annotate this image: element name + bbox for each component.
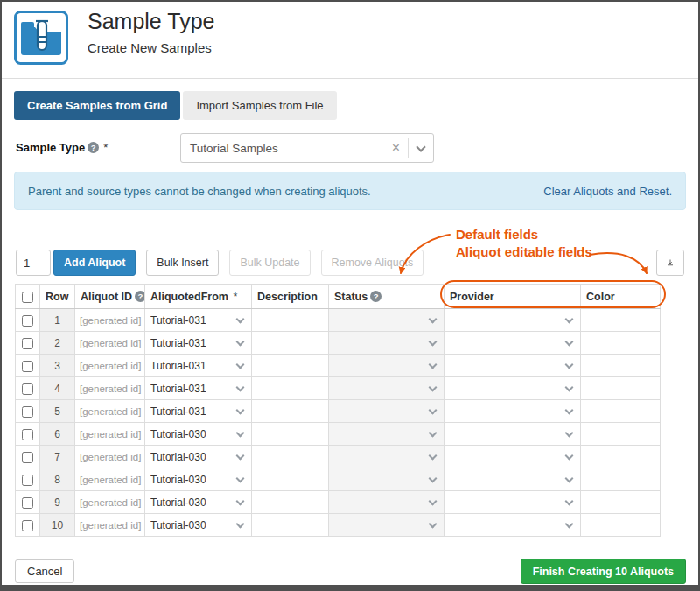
cancel-button[interactable]: Cancel (15, 559, 74, 583)
tab-import-samples-from-file[interactable]: Import Samples from File (183, 91, 336, 120)
aliquot-id-cell: [generated id] (75, 332, 145, 355)
provider-cell[interactable] (444, 400, 581, 423)
col-status: Status? (329, 285, 444, 309)
table-row: 8 [generated id] Tutorial-030 (16, 468, 661, 491)
aliquoted-from-cell[interactable]: Tutorial-030 (145, 514, 252, 537)
row-checkbox[interactable] (22, 475, 33, 486)
add-aliquot-button[interactable]: Add Aliquot (53, 250, 136, 276)
chevron-down-icon (236, 383, 245, 391)
provider-cell[interactable] (444, 491, 581, 514)
row-number-cell: 7 (40, 446, 75, 468)
description-cell[interactable] (252, 309, 329, 332)
color-cell[interactable] (581, 400, 661, 423)
col-label: AliquotedFrom (150, 291, 228, 303)
tab-create-samples-from-grid[interactable]: Create Samples from Grid (14, 91, 180, 120)
description-cell[interactable] (252, 423, 329, 446)
status-cell[interactable] (329, 446, 444, 468)
row-number-cell: 8 (40, 468, 75, 491)
col-label: Description (257, 291, 318, 303)
color-cell[interactable] (581, 423, 661, 446)
color-cell[interactable] (581, 491, 661, 514)
provider-cell[interactable] (444, 423, 581, 446)
chevron-down-icon (565, 337, 574, 346)
row-checkbox[interactable] (22, 361, 33, 372)
status-cell[interactable] (329, 400, 444, 423)
provider-cell[interactable] (444, 446, 581, 468)
description-cell[interactable] (252, 491, 329, 514)
row-checkbox[interactable] (22, 429, 33, 440)
bulk-insert-button[interactable]: Bulk Insert (146, 250, 219, 276)
color-cell[interactable] (581, 377, 661, 400)
aliquoted-from-cell[interactable]: Tutorial-031 (145, 377, 252, 400)
aliquoted-from-cell[interactable]: Tutorial-030 (145, 446, 252, 468)
chevron-down-icon (429, 405, 438, 414)
color-cell[interactable] (581, 332, 661, 355)
help-icon[interactable]: ? (370, 291, 382, 302)
chevron-down-icon (565, 428, 574, 437)
description-cell[interactable] (252, 446, 329, 468)
row-number-cell: 6 (40, 423, 75, 446)
status-cell[interactable] (329, 309, 444, 332)
finish-creating-aliquots-button[interactable]: Finish Creating 10 Aliquots (521, 559, 686, 584)
chevron-down-icon (429, 383, 438, 391)
remove-aliquots-button[interactable]: Remove Aliquots (321, 250, 424, 276)
provider-cell[interactable] (444, 355, 581, 377)
color-cell[interactable] (581, 468, 661, 491)
provider-cell[interactable] (444, 309, 581, 332)
status-cell[interactable] (329, 468, 444, 491)
table-row: 7 [generated id] Tutorial-030 (16, 446, 661, 468)
row-checkbox[interactable] (22, 383, 33, 395)
col-aliquoted-from: AliquotedFrom * (145, 285, 252, 309)
description-cell[interactable] (252, 377, 329, 400)
aliquoted-from-cell[interactable]: Tutorial-031 (145, 400, 252, 423)
info-alert: Parent and source types cannot be change… (14, 172, 686, 210)
download-button[interactable] (656, 250, 684, 276)
aliquoted-from-cell[interactable]: Tutorial-030 (145, 468, 252, 491)
provider-cell[interactable] (444, 468, 581, 491)
aliquoted-from-cell[interactable]: Tutorial-030 (145, 423, 252, 446)
help-icon[interactable]: ? (135, 291, 144, 302)
aliquoted-from-cell[interactable]: Tutorial-030 (145, 491, 252, 514)
color-cell[interactable] (581, 514, 661, 537)
aliquot-id-cell: [generated id] (75, 446, 145, 468)
row-checkbox[interactable] (22, 338, 33, 349)
status-cell[interactable] (329, 377, 444, 400)
provider-cell[interactable] (444, 514, 581, 537)
aliquoted-from-cell[interactable]: Tutorial-031 (145, 309, 252, 332)
color-cell[interactable] (581, 355, 661, 377)
row-checkbox[interactable] (22, 452, 33, 463)
row-number-cell: 2 (40, 332, 75, 355)
chevron-down-icon (565, 314, 574, 323)
clear-aliquots-and-reset-link[interactable]: Clear Aliquots and Reset. (543, 185, 672, 198)
aliquoted-from-cell[interactable]: Tutorial-031 (145, 355, 252, 377)
color-cell[interactable] (581, 309, 661, 332)
color-cell[interactable] (581, 446, 661, 468)
status-cell[interactable] (329, 423, 444, 446)
status-cell[interactable] (329, 514, 444, 537)
status-cell[interactable] (329, 355, 444, 377)
row-checkbox[interactable] (22, 520, 33, 531)
description-cell[interactable] (252, 355, 329, 377)
clear-icon[interactable]: × (392, 140, 400, 156)
row-number-cell: 10 (40, 514, 75, 537)
description-cell[interactable] (252, 332, 329, 355)
status-cell[interactable] (329, 332, 444, 355)
aliquoted-from-cell[interactable]: Tutorial-031 (145, 332, 252, 355)
row-checkbox[interactable] (22, 315, 33, 327)
sample-type-select[interactable]: Tutorial Samples × (180, 133, 434, 163)
row-number-cell: 4 (40, 377, 75, 400)
description-cell[interactable] (252, 468, 329, 491)
status-cell[interactable] (329, 491, 444, 514)
tab-bar: Create Samples from Grid Import Samples … (14, 91, 337, 120)
chevron-down-icon (416, 142, 425, 151)
description-cell[interactable] (252, 400, 329, 423)
provider-cell[interactable] (444, 332, 581, 355)
aliquot-count-input[interactable] (16, 250, 51, 276)
row-checkbox[interactable] (22, 406, 33, 418)
select-all-checkbox[interactable] (22, 292, 33, 303)
help-icon[interactable]: ? (88, 142, 99, 153)
row-checkbox[interactable] (22, 497, 33, 509)
bulk-update-button[interactable]: Bulk Update (229, 250, 310, 276)
provider-cell[interactable] (444, 377, 581, 400)
description-cell[interactable] (252, 514, 329, 537)
